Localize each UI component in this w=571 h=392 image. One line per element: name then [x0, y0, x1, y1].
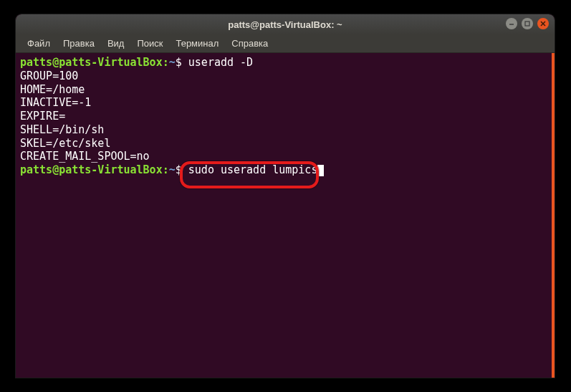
maximize-button[interactable] — [522, 18, 533, 29]
titlebar: patts@patts-VirtualBox: ~ — [16, 14, 555, 34]
prompt-colon: : — [163, 56, 169, 69]
menu-help[interactable]: Справка — [226, 36, 274, 51]
close-button[interactable] — [537, 18, 549, 29]
menubar: Файл Правка Вид Поиск Терминал Справка — [16, 34, 555, 53]
cursor — [317, 165, 324, 176]
menu-search[interactable]: Поиск — [131, 36, 168, 51]
terminal-output: SHELL=/bin/sh — [20, 123, 550, 137]
prompt-colon: : — [163, 163, 169, 176]
terminal-output: INACTIVE=-1 — [20, 96, 550, 110]
terminal-line: patts@patts-VirtualBox:~$ useradd -D — [20, 56, 550, 70]
menu-view[interactable]: Вид — [102, 36, 130, 51]
svg-rect-1 — [525, 21, 529, 26]
menu-terminal[interactable]: Терминал — [170, 36, 224, 51]
prompt-path: ~ — [169, 163, 176, 176]
command-text: sudo useradd lumpics — [188, 163, 318, 176]
prompt-dollar: $ — [176, 56, 188, 69]
prompt-user: patts@patts-VirtualBox — [20, 56, 163, 69]
terminal-output: SKEL=/etc/skel — [20, 137, 550, 150]
terminal-output: GROUP=100 — [20, 70, 550, 83]
prompt-path: ~ — [169, 56, 176, 69]
terminal-line: patts@patts-VirtualBox:~$ sudo useradd l… — [20, 163, 550, 177]
terminal-output: EXPIRE= — [20, 110, 550, 123]
command-text: useradd -D — [188, 56, 253, 69]
prompt-dollar: $ — [176, 163, 188, 176]
window-controls — [506, 18, 549, 29]
terminal-output: HOME=/home — [20, 83, 550, 97]
menu-edit[interactable]: Правка — [57, 36, 100, 51]
window-title: patts@patts-VirtualBox: ~ — [228, 19, 342, 30]
menu-file[interactable]: Файл — [21, 36, 56, 51]
terminal-window: patts@patts-VirtualBox: ~ Файл Правка Ви… — [16, 14, 555, 378]
terminal-output: CREATE_MAIL_SPOOL=no — [20, 150, 550, 163]
terminal-body[interactable]: patts@patts-VirtualBox:~$ useradd -D GRO… — [16, 53, 555, 378]
minimize-button[interactable] — [506, 18, 517, 29]
prompt-user: patts@patts-VirtualBox — [20, 163, 163, 176]
